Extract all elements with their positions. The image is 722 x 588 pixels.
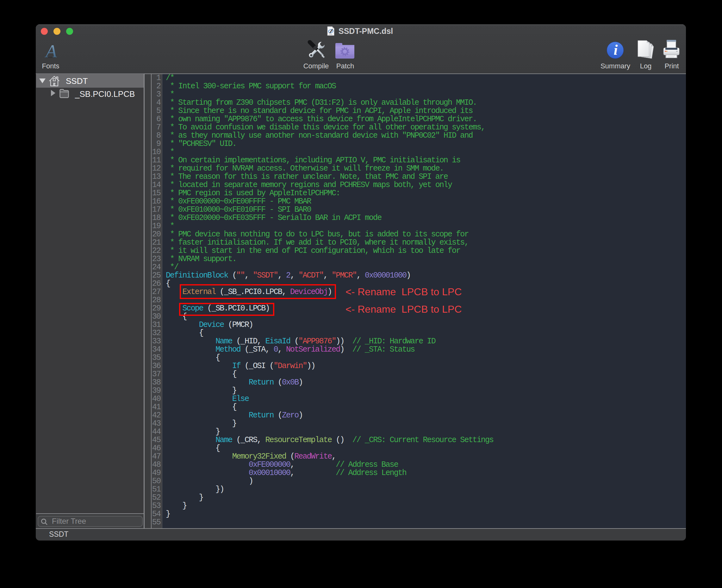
svg-text:A: A — [44, 43, 57, 59]
svg-text:i: i — [614, 42, 618, 58]
svg-text:DSL: DSL — [329, 33, 333, 35]
